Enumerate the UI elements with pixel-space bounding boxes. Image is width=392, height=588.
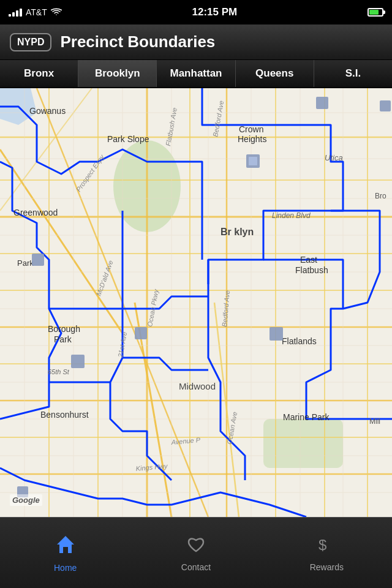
nav-label-contact: Contact [181, 562, 211, 572]
svg-marker-84 [57, 536, 74, 553]
svg-text:Greenwood: Greenwood [13, 208, 58, 217]
svg-text:Utica: Utica [325, 153, 343, 162]
svg-text:Borough: Borough [48, 324, 80, 334]
nav-icon-home [55, 533, 77, 560]
svg-text:Mill: Mill [369, 417, 380, 426]
svg-text:Flatbush: Flatbush [295, 265, 328, 275]
svg-rect-78 [71, 355, 85, 368]
svg-text:Midwood: Midwood [179, 381, 216, 391]
carrier-label: AT&T [26, 7, 47, 17]
svg-rect-77 [32, 254, 44, 266]
status-right [368, 8, 383, 17]
svg-text:Bensonhurst: Bensonhurst [40, 410, 89, 420]
nav-label-home: Home [54, 563, 77, 573]
nav-item-rewards[interactable]: $Rewards [262, 534, 392, 572]
svg-text:Marine Park: Marine Park [283, 412, 330, 422]
svg-text:65th St: 65th St [48, 368, 70, 375]
google-watermark: Google [10, 494, 42, 506]
nav-label-rewards: Rewards [310, 562, 344, 572]
map-area[interactable]: Gowanus Park Slope Crown Heights Greenwo… [0, 88, 392, 517]
svg-text:Park: Park [17, 258, 34, 268]
battery-icon [368, 8, 383, 17]
svg-rect-82 [380, 100, 391, 111]
svg-text:Crown: Crown [239, 124, 263, 134]
signal-icon [9, 9, 22, 17]
svg-rect-76 [249, 157, 257, 165]
svg-text:Gowanus: Gowanus [29, 106, 66, 116]
svg-text:Park Slope: Park Slope [107, 134, 149, 144]
borough-tab-manhattan[interactable]: Manhattan [157, 60, 235, 87]
map-svg: Gowanus Park Slope Crown Heights Greenwo… [0, 88, 392, 517]
borough-tab-s.i.[interactable]: S.I. [314, 60, 392, 87]
svg-text:Bro: Bro [375, 192, 386, 200]
nav-item-home[interactable]: Home [0, 533, 130, 573]
svg-text:Br  klyn: Br klyn [221, 227, 254, 237]
bottom-nav-bar: HomeContact$Rewards [0, 517, 392, 588]
svg-rect-81 [316, 97, 328, 109]
borough-tab-bar: BronxBrooklynManhattanQueensS.I. [0, 60, 392, 88]
wifi-icon [51, 8, 62, 17]
app-header: NYPD Precinct Boundaries [0, 24, 392, 60]
svg-text:East: East [300, 255, 317, 265]
borough-tab-bronx[interactable]: Bronx [0, 60, 78, 87]
nypd-badge: NYPD [10, 33, 51, 51]
svg-text:Flatlands: Flatlands [282, 336, 317, 346]
nav-item-contact[interactable]: Contact [130, 534, 261, 572]
borough-tab-brooklyn[interactable]: Brooklyn [78, 60, 157, 87]
status-left: AT&T [9, 7, 62, 17]
borough-tab-queens[interactable]: Queens [236, 60, 314, 87]
svg-text:Linden Blvd: Linden Blvd [272, 211, 311, 220]
svg-rect-80 [270, 327, 283, 341]
header-title: Precinct Boundaries [60, 32, 215, 51]
svg-text:$: $ [318, 537, 326, 553]
svg-rect-79 [135, 327, 147, 339]
nav-icon-contact [186, 534, 206, 560]
svg-text:Heights: Heights [238, 134, 266, 144]
status-time: 12:15 PM [192, 6, 238, 18]
status-bar: AT&T 12:15 PM [0, 0, 392, 24]
svg-text:Park: Park [54, 334, 72, 344]
nav-icon-rewards: $ [316, 534, 337, 560]
